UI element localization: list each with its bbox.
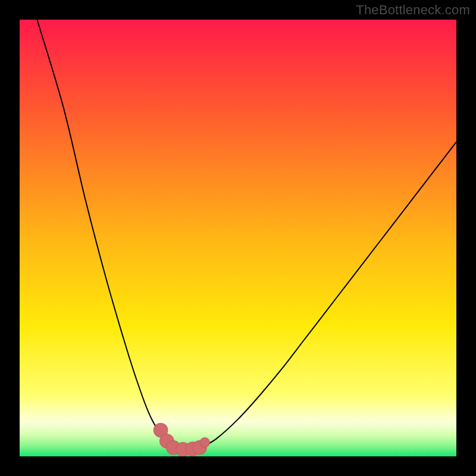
outer-black-frame: TheBottleneck.com	[0, 0, 476, 476]
highlighted-markers	[154, 423, 209, 456]
left-branch-curve	[37, 20, 174, 447]
right-branch-curve	[203, 142, 456, 447]
plot-area	[20, 20, 456, 456]
curves-layer	[20, 20, 456, 456]
watermark-text: TheBottleneck.com	[356, 2, 470, 18]
marker-dot	[200, 437, 209, 447]
